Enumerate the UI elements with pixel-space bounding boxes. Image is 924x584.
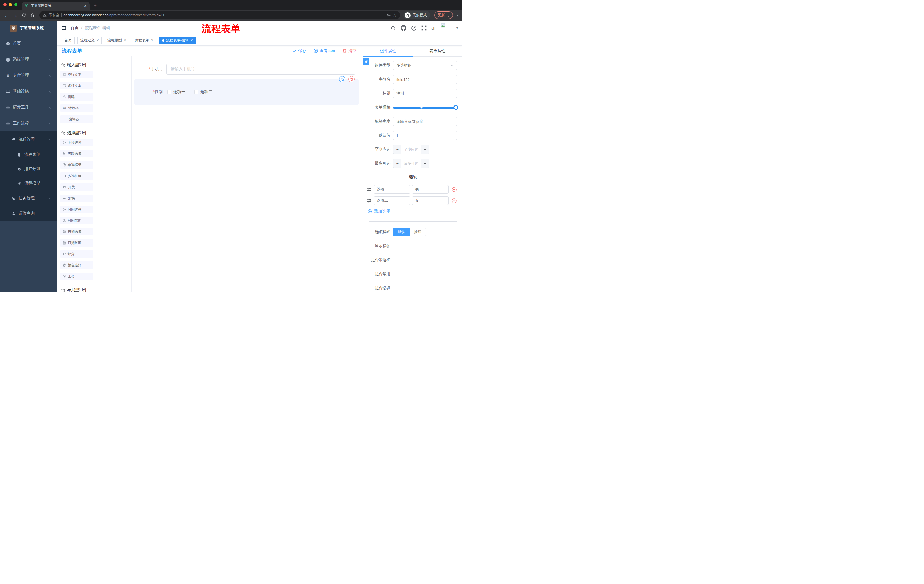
- component-rate[interactable]: 评分: [60, 250, 93, 258]
- style-default-button[interactable]: 默认: [393, 228, 410, 236]
- sidebar-item-leave-query[interactable]: 请假查询: [0, 206, 57, 220]
- view-json-button[interactable]: 查看json: [314, 48, 335, 53]
- drag-handle-icon[interactable]: [367, 198, 372, 203]
- search-icon[interactable]: [391, 25, 396, 31]
- avatar[interactable]: [440, 23, 451, 33]
- checkbox-icon[interactable]: [195, 90, 198, 94]
- link-handle-button[interactable]: [363, 58, 370, 66]
- tag-process-def[interactable]: 流程定义✕: [78, 37, 102, 44]
- gender-option-2[interactable]: 选项二: [195, 89, 213, 95]
- max-select-input[interactable]: 最多可选: [401, 159, 421, 168]
- phone-input[interactable]: 请输入手机号: [167, 64, 355, 74]
- window-controls[interactable]: [3, 3, 17, 6]
- forward-icon[interactable]: →: [12, 12, 19, 19]
- fullscreen-icon[interactable]: [421, 25, 427, 31]
- remove-option-button[interactable]: [451, 187, 457, 192]
- sidebar-item-home[interactable]: 首页: [0, 35, 57, 51]
- sidebar-item-system[interactable]: 系统管理: [0, 51, 57, 67]
- maximize-window-icon[interactable]: [14, 3, 17, 6]
- tab-component-props[interactable]: 组件属性: [363, 46, 413, 56]
- tag-close-icon[interactable]: ✕: [190, 39, 193, 42]
- component-date-range[interactable]: 日期范围: [60, 239, 93, 247]
- browser-menu-icon[interactable]: ⋮: [447, 13, 450, 17]
- sidebar-item-pay[interactable]: ¥ 支付管理: [0, 67, 57, 84]
- address-bar[interactable]: 不安全 dashboard.yudao.iocoder.cn/bpm/manag…: [40, 11, 400, 19]
- tag-process-form-edit[interactable]: 流程表单-编辑✕: [159, 37, 196, 44]
- plus-button[interactable]: +: [421, 145, 429, 154]
- drag-handle-icon[interactable]: [367, 187, 372, 192]
- component-radio-group[interactable]: 单选框组: [60, 161, 93, 169]
- profile-chevron-icon[interactable]: ▼: [456, 14, 459, 17]
- delete-field-button[interactable]: [348, 76, 355, 82]
- component-cascader[interactable]: 级联选择: [60, 150, 93, 158]
- component-checkbox-group[interactable]: 多选框组: [60, 172, 93, 180]
- sidebar-item-user-group[interactable]: 用户分组: [0, 162, 57, 176]
- gender-option-1[interactable]: 选项一: [167, 89, 185, 95]
- avatar-caret-icon[interactable]: ▼: [456, 26, 459, 30]
- password-key-icon[interactable]: [386, 13, 391, 17]
- component-password[interactable]: 密码: [60, 93, 93, 100]
- option-label-input[interactable]: [374, 196, 410, 205]
- canvas-field-gender-selected[interactable]: *性别 选项一 选项二: [134, 79, 358, 105]
- tag-process-form[interactable]: 流程表单✕: [132, 37, 156, 44]
- component-upload[interactable]: 上传: [60, 273, 93, 280]
- minus-button[interactable]: −: [393, 159, 401, 168]
- security-label[interactable]: 不安全: [49, 13, 59, 18]
- checkbox-icon[interactable]: [167, 90, 171, 94]
- sidebar-item-process-model[interactable]: 流程模型: [0, 176, 57, 190]
- tag-home[interactable]: 首页: [62, 37, 74, 44]
- form-canvas[interactable]: *手机号 请输入手机号: [132, 56, 363, 292]
- default-value-input[interactable]: [393, 131, 457, 140]
- update-button[interactable]: 更新 ⋮: [434, 12, 453, 19]
- component-multi-text[interactable]: 多行文本: [60, 82, 93, 89]
- component-select[interactable]: 下拉选择: [60, 139, 93, 146]
- canvas-field-phone[interactable]: *手机号 请输入手机号: [132, 64, 363, 74]
- sidebar-item-task-mgmt[interactable]: 任务管理: [0, 190, 57, 206]
- field-name-input[interactable]: [393, 75, 457, 84]
- clear-button[interactable]: 清空: [343, 48, 356, 53]
- component-counter[interactable]: 123 计数器: [60, 104, 93, 112]
- reload-icon[interactable]: [20, 12, 28, 19]
- sidebar-logo[interactable]: 芋道管理系统: [0, 21, 57, 35]
- save-button[interactable]: 保存: [292, 48, 306, 53]
- title-input[interactable]: [393, 89, 457, 98]
- component-type-select[interactable]: 多选框组: [393, 61, 457, 70]
- sidebar-item-devtools[interactable]: 研发工具: [0, 99, 57, 115]
- font-size-icon[interactable]: tT: [431, 26, 435, 31]
- component-switch[interactable]: 开关: [60, 183, 93, 191]
- sidebar-item-workflow[interactable]: 工作流程: [0, 115, 57, 132]
- label-width-input[interactable]: [393, 117, 457, 126]
- option-value-input[interactable]: [412, 185, 449, 194]
- minus-button[interactable]: −: [393, 145, 401, 154]
- tag-process-model[interactable]: 流程模型✕: [105, 37, 129, 44]
- home-icon[interactable]: [29, 12, 36, 19]
- component-color-picker[interactable]: 颜色选择: [60, 262, 93, 269]
- close-window-icon[interactable]: [3, 3, 7, 6]
- slider-handle[interactable]: [454, 105, 458, 110]
- component-single-text[interactable]: 单行文本: [60, 71, 93, 78]
- new-tab-button[interactable]: +: [94, 3, 97, 8]
- sidebar-fold-icon[interactable]: [61, 26, 67, 30]
- sidebar-item-infra[interactable]: 基础设施: [0, 84, 57, 99]
- url-text[interactable]: dashboard.yudao.iocoder.cn/bpm/manager/f…: [64, 13, 164, 17]
- plus-button[interactable]: +: [421, 159, 429, 168]
- help-icon[interactable]: [411, 25, 417, 31]
- component-date-picker[interactable]: 日期选择: [60, 228, 93, 235]
- browser-tab[interactable]: 芋道管理系统 ✕: [22, 2, 90, 10]
- remove-option-button[interactable]: [451, 198, 457, 204]
- component-time-picker[interactable]: 时间选择: [60, 206, 93, 213]
- add-option-button[interactable]: 添加选项: [367, 209, 462, 214]
- tag-close-icon[interactable]: ✕: [151, 39, 153, 42]
- option-label-input[interactable]: [374, 185, 410, 194]
- bookmark-star-icon[interactable]: ☆: [393, 13, 396, 18]
- breadcrumb-home[interactable]: 首页: [71, 25, 79, 31]
- sidebar-item-process-mgmt[interactable]: 流程管理: [0, 132, 57, 147]
- tab-form-props[interactable]: 表单属性: [413, 46, 462, 56]
- component-editor[interactable]: 编辑器: [60, 115, 93, 123]
- min-select-input[interactable]: 至少应选: [401, 145, 421, 154]
- tag-close-icon[interactable]: ✕: [124, 39, 126, 42]
- form-grid-slider[interactable]: [393, 107, 456, 109]
- minimize-window-icon[interactable]: [9, 3, 12, 6]
- option-value-input[interactable]: [412, 196, 449, 205]
- duplicate-field-button[interactable]: [339, 76, 345, 82]
